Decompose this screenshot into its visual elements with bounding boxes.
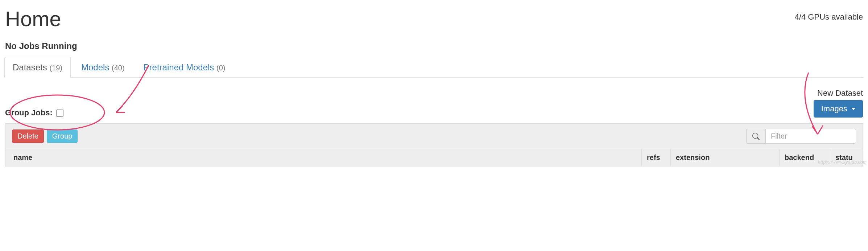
- group-jobs-checkbox[interactable]: [56, 110, 63, 117]
- gpu-status: 4/4 GPUs available: [795, 12, 863, 22]
- watermark: https://www.xydida.com: [818, 159, 867, 165]
- delete-button[interactable]: Delete: [12, 129, 44, 143]
- tab-datasets-count: (19): [49, 64, 62, 72]
- tab-pretrained-count: (0): [216, 64, 225, 72]
- images-dropdown-button[interactable]: Images: [814, 100, 863, 118]
- caret-down-icon: [852, 108, 855, 110]
- tabs: Datasets (19) Models (40) Pretrained Mod…: [4, 57, 864, 78]
- tab-models[interactable]: Models (40): [73, 57, 133, 78]
- page-title: Home: [5, 7, 61, 31]
- column-name[interactable]: name: [5, 149, 641, 166]
- column-refs[interactable]: refs: [641, 149, 670, 166]
- images-button-label: Images: [821, 104, 847, 113]
- group-jobs-control: Group Jobs:: [5, 108, 63, 118]
- search-icon: [746, 129, 765, 144]
- group-jobs-label: Group Jobs:: [5, 108, 53, 117]
- tab-models-label: Models: [81, 62, 109, 72]
- tab-pretrained[interactable]: Pretrained Models (0): [135, 57, 234, 78]
- tab-pretrained-label: Pretrained Models: [144, 62, 214, 72]
- new-dataset-label: New Dataset: [814, 89, 863, 98]
- column-extension[interactable]: extension: [670, 149, 779, 166]
- jobs-heading: No Jobs Running: [0, 34, 868, 53]
- table-header: name refs extension backend statu: [5, 149, 863, 166]
- tab-datasets-label: Datasets: [13, 62, 47, 72]
- tab-models-count: (40): [112, 64, 125, 72]
- toolbar: Delete Group: [5, 123, 863, 149]
- filter-input[interactable]: [765, 129, 856, 144]
- tab-datasets[interactable]: Datasets (19): [4, 57, 71, 78]
- group-button[interactable]: Group: [47, 129, 78, 143]
